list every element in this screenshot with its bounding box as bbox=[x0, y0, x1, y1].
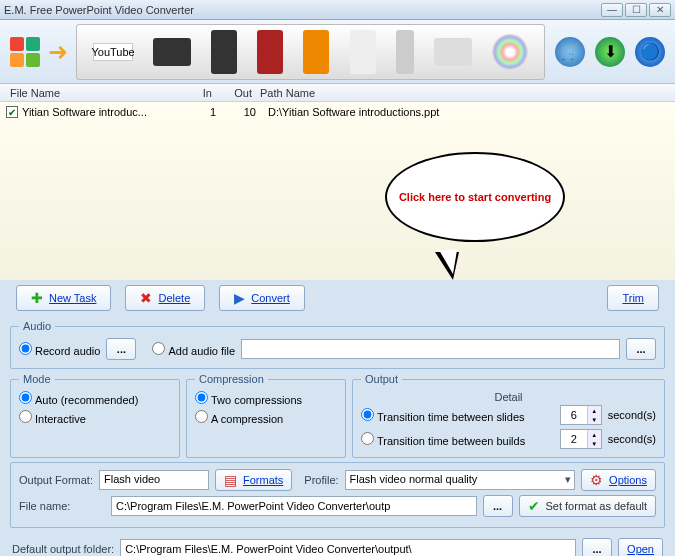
formats-icon: ▤ bbox=[224, 472, 237, 488]
mode-legend: Mode bbox=[19, 373, 55, 385]
compression-group: Compression Two compressions A compressi… bbox=[186, 373, 346, 458]
play-icon: ▶ bbox=[234, 290, 245, 306]
convert-button[interactable]: ▶ Convert bbox=[219, 285, 305, 311]
trans-slides-radio[interactable]: Transition time between slides bbox=[361, 408, 554, 423]
open-label: Open bbox=[627, 543, 654, 555]
callout-tail bbox=[435, 252, 459, 280]
youtube-icon: YouTube bbox=[93, 43, 133, 61]
trans-builds-spinner[interactable]: ▲▼ bbox=[560, 429, 602, 449]
plus-icon: ✚ bbox=[31, 290, 43, 306]
nano-icon bbox=[396, 30, 414, 74]
ipod-icon bbox=[350, 30, 376, 74]
filename-input[interactable] bbox=[111, 496, 477, 516]
cart-icon[interactable]: 🛒 bbox=[555, 37, 585, 67]
col-out: Out bbox=[216, 87, 256, 99]
col-filename: File Name bbox=[6, 87, 176, 99]
set-default-button[interactable]: ✔ Set format as default bbox=[519, 495, 657, 517]
formats-button[interactable]: ▤ Formats bbox=[215, 469, 292, 491]
table-row[interactable]: ✔ Yitian Software introduc... 1 10 D:\Yi… bbox=[6, 104, 669, 120]
filename-browse[interactable]: ... bbox=[483, 495, 513, 517]
delete-label: Delete bbox=[158, 292, 190, 304]
output-format-label: Output Format: bbox=[19, 474, 93, 486]
trans-builds-radio[interactable]: Transition time between builds bbox=[361, 432, 554, 447]
compression-legend: Compression bbox=[195, 373, 268, 385]
mode-auto-radio[interactable]: Auto (recommended) bbox=[19, 391, 171, 406]
callout-text: Click here to start converting bbox=[399, 191, 551, 203]
appletv-icon bbox=[434, 38, 472, 66]
row-path: D:\Yitian Software introductions.ppt bbox=[256, 106, 669, 118]
options-label: Options bbox=[609, 474, 647, 486]
app-logo-icon bbox=[10, 37, 40, 67]
window-title: E.M. Free PowerPoint Video Converter bbox=[4, 4, 601, 16]
detail-label: Detail bbox=[361, 391, 656, 403]
output-format-value: Flash video bbox=[99, 470, 209, 490]
file-list[interactable]: ✔ Yitian Software introduc... 1 10 D:\Yi… bbox=[0, 102, 675, 280]
action-row: ✚ New Task ✖ Delete ▶ Convert Trim bbox=[0, 280, 675, 316]
new-task-label: New Task bbox=[49, 292, 96, 304]
zune-icon bbox=[257, 30, 283, 74]
two-compressions-radio[interactable]: Two compressions bbox=[195, 391, 337, 406]
minimize-button[interactable]: — bbox=[601, 3, 623, 17]
trans-slides-spinner[interactable]: ▲▼ bbox=[560, 405, 602, 425]
formats-label: Formats bbox=[243, 474, 283, 486]
audio-group: Audio Record audio ... Add audio file ..… bbox=[10, 320, 665, 369]
open-button[interactable]: Open bbox=[618, 538, 663, 556]
new-task-button[interactable]: ✚ New Task bbox=[16, 285, 111, 311]
row-checkbox[interactable]: ✔ bbox=[6, 106, 18, 118]
x-icon: ✖ bbox=[140, 290, 152, 306]
maximize-button[interactable]: ☐ bbox=[625, 3, 647, 17]
options-icon: ⚙ bbox=[590, 472, 603, 488]
footer: Default output folder: ... Open bbox=[0, 532, 675, 556]
seconds-label: second(s) bbox=[608, 409, 656, 421]
output-group: Output Detail Transition time between sl… bbox=[352, 373, 665, 458]
profile-label: Profile: bbox=[304, 474, 338, 486]
toolbar: ➜ YouTube 🛒 ⬇ 🔵 bbox=[0, 20, 675, 84]
row-out: 10 bbox=[216, 106, 256, 118]
output-legend: Output bbox=[361, 373, 402, 385]
options-button[interactable]: ⚙ Options bbox=[581, 469, 656, 491]
check-icon: ✔ bbox=[528, 498, 540, 514]
callout: Click here to start converting bbox=[385, 152, 575, 262]
audio-file-browse[interactable]: ... bbox=[626, 338, 656, 360]
default-folder-browse[interactable]: ... bbox=[582, 538, 612, 556]
mode-group: Mode Auto (recommended) Interactive bbox=[10, 373, 180, 458]
psp-icon bbox=[153, 38, 191, 66]
settings-row: Mode Auto (recommended) Interactive Comp… bbox=[10, 373, 665, 458]
profile-select[interactable]: Flash video normal quality bbox=[345, 470, 576, 490]
one-compression-radio[interactable]: A compression bbox=[195, 410, 337, 425]
seconds-label-2: second(s) bbox=[608, 433, 656, 445]
phone-icon bbox=[211, 30, 237, 74]
arrow-icon: ➜ bbox=[48, 38, 68, 66]
titlebar: E.M. Free PowerPoint Video Converter — ☐… bbox=[0, 0, 675, 20]
delete-button[interactable]: ✖ Delete bbox=[125, 285, 205, 311]
format-area: Output Format: Flash video ▤ Formats Pro… bbox=[10, 462, 665, 528]
trim-label: Trim bbox=[622, 292, 644, 304]
row-in: 1 bbox=[176, 106, 216, 118]
cd-icon bbox=[492, 34, 528, 70]
callout-bubble: Click here to start converting bbox=[385, 152, 565, 242]
default-folder-label: Default output folder: bbox=[12, 543, 114, 555]
row-filename: Yitian Software introduc... bbox=[22, 106, 176, 118]
mode-interactive-radio[interactable]: Interactive bbox=[19, 410, 171, 425]
record-audio-radio[interactable]: Record audio bbox=[19, 342, 100, 357]
record-audio-browse[interactable]: ... bbox=[106, 338, 136, 360]
default-folder-input[interactable] bbox=[120, 539, 576, 556]
set-default-label: Set format as default bbox=[546, 500, 648, 512]
globe-icon[interactable]: 🔵 bbox=[635, 37, 665, 67]
download-icon[interactable]: ⬇ bbox=[595, 37, 625, 67]
devices-banner: YouTube bbox=[76, 24, 545, 80]
add-audio-radio[interactable]: Add audio file bbox=[152, 342, 235, 357]
audio-file-input[interactable] bbox=[241, 339, 620, 359]
trim-button[interactable]: Trim bbox=[607, 285, 659, 311]
walkman-icon bbox=[303, 30, 329, 74]
toolbar-icons: 🛒 ⬇ 🔵 bbox=[555, 37, 665, 67]
filename-label: File name: bbox=[19, 500, 105, 512]
audio-legend: Audio bbox=[19, 320, 55, 332]
col-path: Path Name bbox=[256, 87, 669, 99]
convert-label: Convert bbox=[251, 292, 290, 304]
close-button[interactable]: ✕ bbox=[649, 3, 671, 17]
window-buttons: — ☐ ✕ bbox=[601, 3, 671, 17]
list-header: File Name In Out Path Name bbox=[0, 84, 675, 102]
col-in: In bbox=[176, 87, 216, 99]
